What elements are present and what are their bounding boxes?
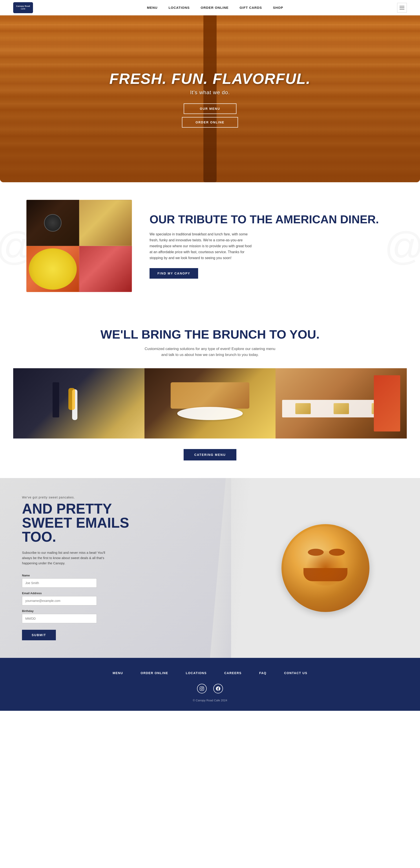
nav-link-order[interactable]: ORDER ONLINE [201, 6, 229, 9]
food-image-4 [79, 246, 132, 292]
main-nav: Canopy RoadCAFÉ MENU LOCATIONS ORDER ONL… [0, 0, 420, 16]
submit-button[interactable]: SUBMIT [22, 630, 56, 640]
nav-link-menu[interactable]: MENU [147, 6, 158, 9]
food-grid [26, 200, 132, 292]
catering-description: Customized catering solutions for any ty… [144, 346, 276, 358]
catering-title: WE'LL BRING THE BRUNCH TO YOU. [13, 327, 407, 341]
footer-link-order[interactable]: ORDER ONLINE [141, 671, 168, 675]
catering-images [13, 368, 407, 438]
nav-item-order[interactable]: ORDER ONLINE [201, 6, 229, 10]
sandwich-1 [295, 403, 311, 414]
name-label: Name [22, 574, 209, 577]
hamburger-line-1 [399, 6, 404, 6]
waffle-visual [171, 382, 249, 409]
catering-section: WE'LL BRING THE BRUNCH TO YOU. Customize… [0, 310, 420, 478]
footer-item-careers[interactable]: CAREERS [224, 671, 242, 675]
email-input[interactable] [22, 596, 97, 606]
footer-link-contact[interactable]: CONTACT US [284, 671, 307, 675]
footer-link-careers[interactable]: CAREERS [224, 671, 242, 675]
catering-image-2 [144, 368, 276, 438]
email-title: AND PRETTY SWEET EMAILS TOO. [22, 502, 209, 544]
catering-img-1-bg [13, 368, 144, 438]
footer-item-locations[interactable]: LOCATIONS [186, 671, 207, 675]
nav-links: MENU LOCATIONS ORDER ONLINE GIFT CARDS S… [147, 6, 283, 10]
nav-link-shop[interactable]: SHOP [273, 6, 283, 9]
catering-menu-button[interactable]: CATERING MENU [184, 449, 236, 461]
order-online-button[interactable]: ORDER ONLINE [182, 117, 238, 128]
hero-background: FRESH. FUN. FLAVORFUL. It's what we do. … [0, 16, 420, 182]
our-menu-button[interactable]: OUR MENU [184, 103, 236, 114]
about-image [26, 200, 132, 292]
footer-item-order[interactable]: ORDER ONLINE [141, 671, 168, 675]
syrup-eye-right [329, 549, 345, 556]
hero-section: FRESH. FUN. FLAVORFUL. It's what we do. … [0, 16, 420, 182]
nav-item-menu[interactable]: MENU [147, 6, 158, 10]
juice-visual [68, 388, 75, 410]
about-description: We specialize in traditional breakfast a… [149, 231, 255, 261]
instagram-svg [200, 686, 204, 691]
email-form-side: We've got pretty sweet pancakes. AND PRE… [0, 478, 231, 658]
hero-buttons: OUR MENU ORDER ONLINE [109, 103, 310, 128]
footer-item-menu[interactable]: MENU [113, 671, 123, 675]
name-input[interactable] [22, 578, 97, 588]
hero-title: FRESH. FUN. FLAVORFUL. [109, 70, 310, 87]
instagram-icon[interactable] [197, 684, 207, 693]
nav-item-giftcards[interactable]: GIFT CARDS [240, 6, 262, 10]
hamburger-line-2 [399, 7, 404, 8]
facebook-icon[interactable] [213, 684, 223, 693]
email-description: Subscribe to our mailing list and never … [22, 550, 114, 566]
birthday-input[interactable] [22, 614, 97, 623]
pancake-image [281, 524, 369, 612]
hamburger-line-3 [399, 9, 404, 9]
coffee-cup-visual [44, 214, 62, 231]
name-field-group: Name [22, 574, 209, 588]
footer-link-menu[interactable]: MENU [113, 671, 123, 675]
hero-subtitle: It's what we do. [109, 89, 310, 95]
logo-image: Canopy RoadCAFÉ [13, 2, 33, 13]
catering-img-3-bg [276, 368, 407, 438]
birthday-field-group: Birthday [22, 609, 209, 623]
catering-image-1 [13, 368, 144, 438]
about-section: @ OUR TRIBUTE TO THE AMERICAN DINER. We … [0, 182, 420, 310]
fries-visual [374, 375, 400, 432]
syrup-eye-left [308, 549, 324, 556]
email-field-group: Email Address [22, 592, 209, 606]
footer-item-contact[interactable]: CONTACT US [284, 671, 307, 675]
catering-image-3 [276, 368, 407, 438]
sandwich-2 [334, 403, 349, 414]
nav-item-locations[interactable]: LOCATIONS [168, 6, 190, 10]
food-image-2 [79, 200, 132, 246]
about-text: OUR TRIBUTE TO THE AMERICAN DINER. We sp… [149, 213, 394, 278]
nav-link-giftcards[interactable]: GIFT CARDS [240, 6, 262, 9]
footer-nav: MENU ORDER ONLINE LOCATIONS CAREERS FAQ … [18, 671, 402, 675]
logo[interactable]: Canopy RoadCAFÉ [13, 2, 33, 13]
email-section: We've got pretty sweet pancakes. AND PRE… [0, 478, 420, 658]
footer-item-faq[interactable]: FAQ [259, 671, 267, 675]
email-teaser: We've got pretty sweet pancakes. [22, 496, 209, 499]
catering-img-2-bg [144, 368, 276, 438]
email-label: Email Address [22, 592, 209, 595]
bottle-visual [53, 382, 59, 417]
facebook-svg [216, 686, 220, 691]
cream-visual [177, 407, 243, 420]
hamburger-button[interactable] [397, 3, 407, 12]
food-image-3 [26, 246, 79, 292]
footer-social [18, 684, 402, 693]
birthday-label: Birthday [22, 609, 209, 613]
food-image-1 [26, 200, 79, 246]
email-image-side [231, 478, 420, 658]
nav-item-shop[interactable]: SHOP [273, 6, 283, 10]
find-canopy-button[interactable]: FIND MY CANOPY [149, 268, 198, 279]
syrup-smile [304, 568, 347, 581]
about-title: OUR TRIBUTE TO THE AMERICAN DINER. [149, 213, 394, 226]
nav-link-locations[interactable]: LOCATIONS [168, 6, 190, 9]
footer-copyright: © Canopy Road Cafe 2024 [18, 699, 402, 702]
hero-content: FRESH. FUN. FLAVORFUL. It's what we do. … [109, 70, 310, 128]
footer-link-locations[interactable]: LOCATIONS [186, 671, 207, 675]
site-footer: MENU ORDER ONLINE LOCATIONS CAREERS FAQ … [0, 658, 420, 711]
orange-visual [29, 248, 77, 290]
footer-link-faq[interactable]: FAQ [259, 671, 267, 675]
